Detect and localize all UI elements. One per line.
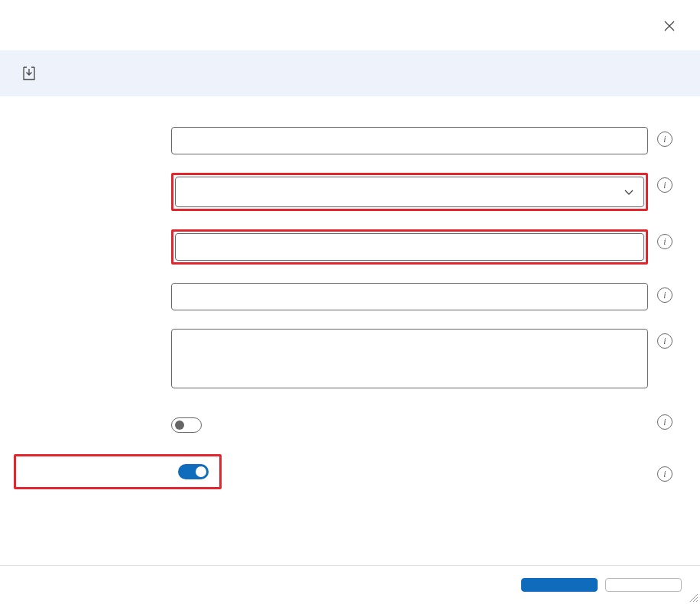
resize-grip-icon[interactable] xyxy=(689,593,698,602)
mark-optional-toggle[interactable] xyxy=(178,464,209,479)
info-banner xyxy=(0,50,700,96)
label-default-value xyxy=(18,229,171,237)
default-value-highlight xyxy=(171,229,648,265)
info-icon[interactable]: i xyxy=(657,333,672,349)
chevron-down-icon xyxy=(624,187,634,197)
info-icon[interactable]: i xyxy=(657,234,672,249)
label-data-type xyxy=(18,173,171,180)
row-mark-sensitive: i xyxy=(18,410,682,436)
mark-sensitive-toggle[interactable] xyxy=(171,417,202,433)
info-icon[interactable]: i xyxy=(657,177,672,193)
label-description xyxy=(18,329,171,336)
cancel-button[interactable] xyxy=(605,578,682,592)
label-mark-sensitive xyxy=(18,410,171,417)
row-default-value: i xyxy=(18,229,682,265)
row-external-name: i xyxy=(18,283,682,310)
data-type-select[interactable] xyxy=(175,177,644,207)
info-icon[interactable]: i xyxy=(657,132,672,147)
row-data-type: i xyxy=(18,173,682,211)
form-body: i i i xyxy=(0,96,700,489)
row-variable-name: i xyxy=(18,127,682,154)
info-icon[interactable]: i xyxy=(657,287,672,303)
external-name-input[interactable] xyxy=(171,283,648,310)
save-button[interactable] xyxy=(521,578,598,592)
mark-optional-highlight xyxy=(14,454,222,489)
import-icon xyxy=(21,66,37,81)
info-icon[interactable]: i xyxy=(657,466,672,482)
close-icon xyxy=(664,21,675,31)
data-type-highlight xyxy=(171,173,648,211)
label-variable-name xyxy=(18,127,171,135)
dialog-header xyxy=(0,0,700,50)
info-icon[interactable]: i xyxy=(657,414,672,430)
variable-name-input[interactable] xyxy=(171,127,648,154)
default-value-input[interactable] xyxy=(175,233,644,261)
row-description: i xyxy=(18,329,682,391)
row-mark-optional: i xyxy=(18,454,682,489)
description-textarea[interactable] xyxy=(171,329,648,388)
label-external-name xyxy=(18,283,171,291)
dialog-footer xyxy=(0,565,700,604)
close-button[interactable] xyxy=(657,14,682,38)
new-input-variable-dialog: i i i xyxy=(0,0,700,604)
